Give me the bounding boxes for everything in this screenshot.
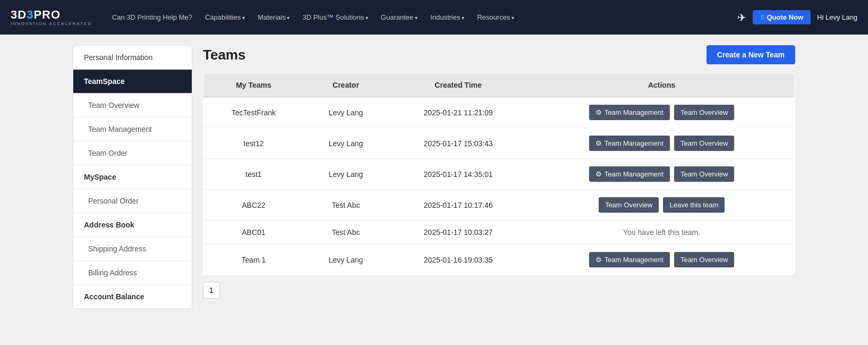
actions-container: ⚙ Team ManagementTeam Overview xyxy=(537,105,786,120)
team-overview-button[interactable]: Team Overview xyxy=(599,197,659,213)
nav-link-resources[interactable]: Resources xyxy=(472,9,520,26)
sidebar-item-team-order[interactable]: Team Order xyxy=(73,141,192,165)
sidebar-item-account-balance[interactable]: Account Balance xyxy=(73,285,192,309)
table-row: ABC01Test Abc2025-01-17 10:03:27You have… xyxy=(203,221,795,245)
table-row: test12Levy Lang2025-01-17 15:03:43⚙ Team… xyxy=(203,128,795,159)
logo-text: 3D3PRO xyxy=(11,9,61,21)
nav-link-capabilities[interactable]: Capabilities xyxy=(200,9,250,26)
cell-creator: Levy Lang xyxy=(304,128,388,159)
sidebar-item-team-management[interactable]: Team Management xyxy=(73,117,192,141)
nav-link-industries[interactable]: Industries xyxy=(425,9,470,26)
user-greeting: Hi Levy Lang xyxy=(817,13,857,21)
col-my-teams: My Teams xyxy=(203,73,304,97)
sidebar-item-personal-information[interactable]: Personal Information xyxy=(73,46,192,70)
cell-actions: ⚙ Team ManagementTeam Overview xyxy=(529,97,795,128)
team-overview-button[interactable]: Team Overview xyxy=(674,105,735,120)
gear-icon: ⚙ xyxy=(595,108,602,116)
cell-created-time: 2025-01-16 19:03:35 xyxy=(388,245,529,275)
team-overview-button[interactable]: Team Overview xyxy=(674,166,735,182)
cell-created-time: 2025-01-21 11:21:09 xyxy=(388,97,529,128)
cell-actions: You have left this team. xyxy=(529,221,795,245)
main-container: Personal Information TeamSpace Team Over… xyxy=(62,45,806,309)
cell-team-name: TecTestFrank xyxy=(203,97,304,128)
cell-created-time: 2025-01-17 10:03:27 xyxy=(388,221,529,245)
cell-team-name: Team 1 xyxy=(203,245,304,275)
sidebar-item-shipping-address[interactable]: Shipping Address xyxy=(73,237,192,261)
cell-actions: ⚙ Team ManagementTeam Overview xyxy=(529,159,795,190)
sidebar-item-teamspace[interactable]: TeamSpace xyxy=(73,70,192,94)
sidebar-item-billing-address[interactable]: Billing Address xyxy=(73,261,192,285)
quote-btn-label: Quote Now xyxy=(767,13,804,21)
sidebar: Personal Information TeamSpace Team Over… xyxy=(73,45,192,309)
table-body: TecTestFrankLevy Lang2025-01-21 11:21:09… xyxy=(203,97,795,275)
cell-team-name: test12 xyxy=(203,128,304,159)
col-created-time: Created Time xyxy=(388,73,529,97)
cell-creator: Test Abc xyxy=(304,221,388,245)
cell-creator: Levy Lang xyxy=(304,245,388,275)
cell-actions: Team OverviewLeave this team xyxy=(529,190,795,221)
cell-actions: ⚙ Team ManagementTeam Overview xyxy=(529,128,795,159)
airplane-icon: ✈ xyxy=(737,11,746,24)
nav-right: ✈ S Quote Now Hi Levy Lang xyxy=(737,10,857,24)
gear-icon: ⚙ xyxy=(595,170,602,178)
sidebar-item-team-overview[interactable]: Team Overview xyxy=(73,94,192,117)
team-management-button[interactable]: ⚙ Team Management xyxy=(589,252,670,267)
pagination: 1 xyxy=(203,282,795,299)
nav-link-3dplus[interactable]: 3D Plus™ Solutions xyxy=(297,9,373,26)
team-management-button[interactable]: ⚙ Team Management xyxy=(589,166,670,182)
cell-creator: Levy Lang xyxy=(304,159,388,190)
page-title: Teams xyxy=(203,47,245,63)
sidebar-item-address-book[interactable]: Address Book xyxy=(73,213,192,237)
gear-icon: ⚙ xyxy=(595,139,602,147)
content-header: Teams Create a New Team xyxy=(203,45,795,64)
actions-container: ⚙ Team ManagementTeam Overview xyxy=(537,252,786,267)
nav-link-materials[interactable]: Materials xyxy=(252,9,295,26)
actions-container: ⚙ Team ManagementTeam Overview xyxy=(537,166,786,182)
cell-created-time: 2025-01-17 10:17:46 xyxy=(388,190,529,221)
nav-link-help[interactable]: Can 3D Printing Help Me? xyxy=(107,9,198,26)
team-management-button[interactable]: ⚙ Team Management xyxy=(589,105,670,120)
teams-table: My Teams Creator Created Time Actions Te… xyxy=(203,73,795,275)
navbar: 3D3PRO INNOVATION ACCELERATED Can 3D Pri… xyxy=(0,0,868,35)
cell-actions: ⚙ Team ManagementTeam Overview xyxy=(529,245,795,275)
cell-creator: Levy Lang xyxy=(304,97,388,128)
nav-links: Can 3D Printing Help Me? Capabilities Ma… xyxy=(107,9,737,26)
table-header: My Teams Creator Created Time Actions xyxy=(203,73,795,97)
team-overview-button[interactable]: Team Overview xyxy=(674,136,735,151)
leave-team-button[interactable]: Leave this team xyxy=(663,197,725,213)
nav-link-guarantee[interactable]: Guarantee xyxy=(376,9,423,26)
table-row: TecTestFrankLevy Lang2025-01-21 11:21:09… xyxy=(203,97,795,128)
cell-created-time: 2025-01-17 15:03:43 xyxy=(388,128,529,159)
page-1-button[interactable]: 1 xyxy=(203,282,220,299)
s-icon: S xyxy=(760,13,765,21)
sidebar-item-myspace[interactable]: MySpace xyxy=(73,165,192,189)
logo: 3D3PRO INNOVATION ACCELERATED xyxy=(11,9,92,26)
team-management-button[interactable]: ⚙ Team Management xyxy=(589,136,670,151)
quote-now-button[interactable]: S Quote Now xyxy=(753,10,811,24)
cell-team-name: ABC01 xyxy=(203,221,304,245)
left-team-message: You have left this team. xyxy=(623,228,700,237)
table-row: test1Levy Lang2025-01-17 14:35:01⚙ Team … xyxy=(203,159,795,190)
col-creator: Creator xyxy=(304,73,388,97)
sidebar-item-personal-order[interactable]: Personal Order xyxy=(73,189,192,213)
cell-creator: Test Abc xyxy=(304,190,388,221)
table-row: ABC22Test Abc2025-01-17 10:17:46Team Ove… xyxy=(203,190,795,221)
cell-team-name: ABC22 xyxy=(203,190,304,221)
create-new-team-button[interactable]: Create a New Team xyxy=(707,45,795,64)
actions-container: Team OverviewLeave this team xyxy=(537,197,786,213)
cell-created-time: 2025-01-17 14:35:01 xyxy=(388,159,529,190)
cell-team-name: test1 xyxy=(203,159,304,190)
table-row: Team 1Levy Lang2025-01-16 19:03:35⚙ Team… xyxy=(203,245,795,275)
col-actions: Actions xyxy=(529,73,795,97)
gear-icon: ⚙ xyxy=(595,256,602,264)
logo-sub: INNOVATION ACCELERATED xyxy=(11,21,92,26)
actions-container: You have left this team. xyxy=(537,228,786,237)
content: Teams Create a New Team My Teams Creator… xyxy=(203,45,795,309)
actions-container: ⚙ Team ManagementTeam Overview xyxy=(537,136,786,151)
team-overview-button[interactable]: Team Overview xyxy=(674,252,735,267)
